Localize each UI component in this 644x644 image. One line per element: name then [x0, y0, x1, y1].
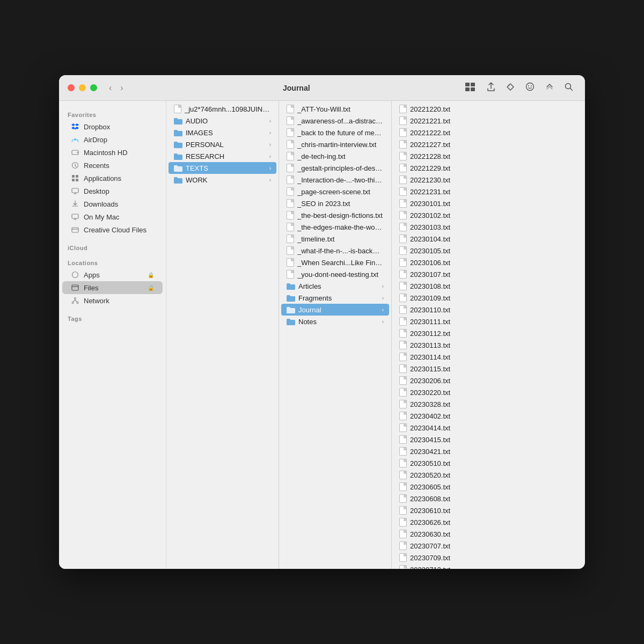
list-item[interactable]: 20221229.txt	[394, 162, 583, 174]
list-item[interactable]: 20230415.txt	[394, 434, 583, 445]
list-item[interactable]: 20230709.txt	[394, 552, 583, 564]
list-item[interactable]: 20230107.txt	[394, 268, 583, 280]
back-button[interactable]: ‹	[106, 82, 115, 94]
list-item[interactable]: 20230110.txt	[394, 304, 583, 316]
list-item[interactable]: 20230105.txt	[394, 245, 583, 257]
list-item[interactable]: 20230605.txt	[394, 481, 583, 493]
tag-button[interactable]	[503, 80, 518, 96]
sidebar-item-macintosh-hd[interactable]: Macintosh HD	[62, 146, 163, 159]
list-item[interactable]: 20230104.txt	[394, 233, 583, 245]
list-item[interactable]: _timeline.txt	[281, 233, 389, 245]
list-item[interactable]: 20230101.txt	[394, 197, 583, 209]
list-item[interactable]: 20230421.txt	[394, 445, 583, 457]
list-item[interactable]: Fragments ›	[281, 292, 389, 304]
list-item[interactable]: _page-screen-scene.txt	[281, 186, 389, 197]
list-item[interactable]: _ju2*746mnh...1098JUINS.txt	[169, 103, 276, 115]
list-item[interactable]: 20221227.txt	[394, 138, 583, 150]
col-item-name: _the-best-design-fictions.txt	[297, 211, 384, 219]
list-item[interactable]: 20221230.txt	[394, 174, 583, 186]
list-item[interactable]: AUDIO ›	[169, 115, 276, 127]
sidebar-item-downloads[interactable]: Downloads	[62, 197, 163, 210]
list-item[interactable]: 20230220.txt	[394, 386, 583, 398]
col-item-name: 20230605.txt	[410, 483, 577, 491]
col-item-name: 20230104.txt	[410, 235, 577, 243]
list-item[interactable]: 20230115.txt	[394, 363, 583, 375]
list-item[interactable]: 20230206.txt	[394, 375, 583, 386]
list-item[interactable]: _back to the future of media.txt	[281, 127, 389, 138]
list-item[interactable]: 20230610.txt	[394, 504, 583, 516]
list-item[interactable]: 20230114.txt	[394, 351, 583, 363]
list-item[interactable]: 20230510.txt	[394, 457, 583, 469]
list-item[interactable]: 20221231.txt	[394, 186, 583, 197]
list-item[interactable]: 20230608.txt	[394, 493, 583, 504]
list-item[interactable]: 20230712.txt	[394, 564, 583, 569]
list-item[interactable]: 20230626.txt	[394, 516, 583, 528]
list-item[interactable]: PERSONAL ›	[169, 138, 276, 150]
list-item[interactable]: _gestalt-principles-of-design.txt	[281, 162, 389, 174]
list-item[interactable]: TEXTS ›	[169, 162, 276, 174]
close-button[interactable]	[68, 84, 75, 91]
list-item[interactable]: 20230106.txt	[394, 257, 583, 268]
svg-rect-3	[471, 87, 475, 91]
list-item[interactable]: _the-edges-make-the-world.txt	[281, 221, 389, 233]
list-item[interactable]: Journal ›	[281, 304, 389, 316]
list-item[interactable]: RESEARCH ›	[169, 150, 276, 162]
sidebar-item-recents[interactable]: Recents	[62, 159, 163, 172]
list-item[interactable]: 20230109.txt	[394, 292, 583, 304]
more-button[interactable]	[542, 80, 557, 96]
list-item[interactable]: 20221220.txt	[394, 103, 583, 115]
list-item[interactable]: 20230414.txt	[394, 422, 583, 434]
file-icon	[399, 164, 407, 172]
share-button[interactable]	[484, 80, 499, 96]
view-toggle-button[interactable]	[462, 80, 479, 96]
col-item-name: 20230103.txt	[410, 223, 577, 231]
list-item[interactable]: 20230707.txt	[394, 540, 583, 552]
maximize-button[interactable]	[90, 84, 97, 91]
list-item[interactable]: 20221228.txt	[394, 150, 583, 162]
sidebar-item-creative-cloud[interactable]: Creative Cloud Files	[62, 223, 163, 236]
sidebar-item-airdrop[interactable]: AirDrop	[62, 133, 163, 146]
sidebar-item-apps[interactable]: Apps 🔒	[62, 268, 163, 281]
minimize-button[interactable]	[79, 84, 86, 91]
file-icon	[399, 353, 407, 361]
list-item[interactable]: 20230630.txt	[394, 528, 583, 540]
file-icon	[287, 270, 294, 279]
list-item[interactable]: _Interaction-de-...-two-things.txt	[281, 174, 389, 186]
list-item[interactable]: _chris-martin-interview.txt	[281, 138, 389, 150]
list-item[interactable]: IMAGES ›	[169, 127, 276, 138]
list-item[interactable]: _When Searchi...Like Finding.txt	[281, 257, 389, 268]
list-item[interactable]: 20230103.txt	[394, 221, 583, 233]
list-item[interactable]: _SEO in 2023.txt	[281, 197, 389, 209]
list-item[interactable]: _the-best-design-fictions.txt	[281, 209, 389, 221]
list-item[interactable]: 20221222.txt	[394, 127, 583, 138]
col-item-name: 20230111.txt	[410, 318, 577, 326]
list-item[interactable]: 20221221.txt	[394, 115, 583, 127]
sidebar-item-network[interactable]: Network	[62, 294, 163, 307]
list-item[interactable]: 20230108.txt	[394, 280, 583, 292]
list-item[interactable]: _ATT-You-Will.txt	[281, 103, 389, 115]
list-item[interactable]: Notes ›	[281, 316, 389, 327]
list-item[interactable]: 20230402.txt	[394, 410, 583, 422]
list-item[interactable]: WORK ›	[169, 174, 276, 186]
svg-point-20	[72, 272, 78, 278]
list-item[interactable]: _what-if-the-n-...-is-backward.txt	[281, 245, 389, 257]
sidebar-item-on-my-mac[interactable]: On My Mac	[62, 210, 163, 223]
list-item[interactable]: Articles ›	[281, 280, 389, 292]
list-item[interactable]: 20230111.txt	[394, 316, 583, 327]
tags-label: Tags	[59, 311, 166, 324]
sidebar-item-applications[interactable]: Applications	[62, 172, 163, 185]
sidebar-item-dropbox[interactable]: Dropbox	[62, 120, 163, 133]
emoji-button[interactable]	[522, 80, 538, 96]
sidebar-item-desktop[interactable]: Desktop	[62, 185, 163, 197]
list-item[interactable]: _de-tech-ing.txt	[281, 150, 389, 162]
list-item[interactable]: 20230520.txt	[394, 469, 583, 481]
search-button[interactable]	[561, 80, 576, 96]
list-item[interactable]: 20230328.txt	[394, 398, 583, 410]
list-item[interactable]: _you-dont-need-testing.txt	[281, 268, 389, 280]
list-item[interactable]: 20230102.txt	[394, 209, 583, 221]
list-item[interactable]: 20230113.txt	[394, 339, 583, 351]
list-item[interactable]: _awareness-of...a-distraction.txt	[281, 115, 389, 127]
forward-button[interactable]: ›	[117, 82, 126, 94]
sidebar-item-files[interactable]: Files 🔒	[62, 281, 163, 294]
list-item[interactable]: 20230112.txt	[394, 327, 583, 339]
